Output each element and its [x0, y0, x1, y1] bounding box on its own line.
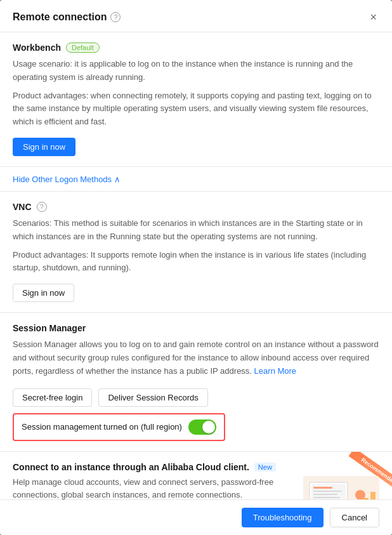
session-buttons-row: Secret-free login Deliver Session Record… [13, 385, 379, 407]
svg-rect-5 [313, 497, 340, 498]
session-manager-desc: Session Manager allows you to log on to … [13, 338, 379, 378]
illustration-bg [303, 476, 379, 499]
session-manager-section: Session Manager Session Manager allows y… [0, 313, 392, 451]
vnc-section: VNC ? Scenarios: This method is suitable… [0, 192, 392, 313]
vnc-title-row: VNC ? [13, 202, 379, 212]
cancel-button[interactable]: Cancel [330, 508, 379, 527]
new-badge: New [254, 463, 276, 472]
modal-footer: Troubleshooting Cancel [0, 499, 392, 535]
modal-overlay: Remote connection ? × Workbench Default … [0, 0, 392, 535]
modal-header: Remote connection ? × [0, 0, 392, 32]
workbench-desc1: Usage scenario: it is applicable to log … [13, 58, 379, 84]
alibaba-content: Help manage cloud accounts, view and con… [13, 476, 379, 499]
vnc-title: VNC [13, 202, 32, 212]
svg-rect-2 [313, 487, 332, 489]
close-button[interactable]: × [367, 10, 379, 24]
modal-body: Workbench Default Usage scenario: it is … [0, 32, 392, 499]
workbench-section: Workbench Default Usage scenario: it is … [0, 32, 392, 167]
secret-free-login-button[interactable]: Secret-free login [13, 388, 92, 407]
alibaba-text: Help manage cloud accounts, view and con… [13, 476, 297, 499]
svg-rect-4 [313, 494, 337, 495]
svg-rect-3 [313, 491, 342, 492]
alibaba-section: Recommendation Connect to an instance th… [0, 452, 392, 499]
svg-rect-13 [370, 492, 376, 499]
alibaba-title: Connect to an instance through an Alibab… [13, 462, 249, 472]
svg-rect-12 [363, 498, 369, 499]
hide-methods-link[interactable]: Hide Other Logon Methods ∧ [13, 175, 121, 184]
modal-title-row: Remote connection ? [13, 11, 121, 23]
toggle-thumb [202, 421, 215, 433]
workbench-title-row: Workbench Default [13, 43, 379, 53]
deliver-session-records-button[interactable]: Deliver Session Records [98, 388, 207, 407]
workbench-desc2: Product advantages: when connecting remo… [13, 89, 379, 129]
workbench-signin-button[interactable]: Sign in now [13, 138, 75, 156]
hide-methods-label: Hide Other Logon Methods [13, 175, 112, 184]
session-toggle-label: Session management turned on (full regio… [22, 422, 182, 432]
alibaba-desc: Help manage cloud accounts, view and con… [13, 476, 297, 499]
vnc-desc1: Scenarios: This method is suitable for s… [13, 217, 379, 244]
session-manager-title: Session Manager [13, 323, 86, 333]
troubleshoot-button[interactable]: Troubleshooting [242, 508, 323, 527]
session-toggle-row: Session management turned on (full regio… [13, 413, 225, 441]
vnc-desc2: Product advantages: It supports remote l… [13, 249, 379, 275]
learn-more-link[interactable]: Learn More [254, 366, 296, 376]
session-manager-title-row: Session Manager [13, 323, 379, 333]
vnc-help-icon[interactable]: ? [37, 202, 47, 212]
help-icon[interactable]: ? [110, 12, 121, 22]
alibaba-title-row: Connect to an instance through an Alibab… [13, 462, 379, 472]
workbench-title: Workbench [13, 43, 61, 53]
default-badge: Default [66, 43, 100, 53]
modal-title: Remote connection [13, 11, 107, 23]
session-toggle[interactable] [188, 419, 216, 435]
illustration-svg [306, 479, 376, 499]
vnc-signin-button[interactable]: Sign in now [13, 284, 74, 302]
remote-connection-modal: Remote connection ? × Workbench Default … [0, 0, 392, 535]
hide-methods-row: Hide Other Logon Methods ∧ [0, 167, 392, 192]
chevron-up-icon: ∧ [114, 175, 121, 184]
toggle-track [188, 419, 216, 435]
alibaba-illustration [303, 476, 379, 499]
